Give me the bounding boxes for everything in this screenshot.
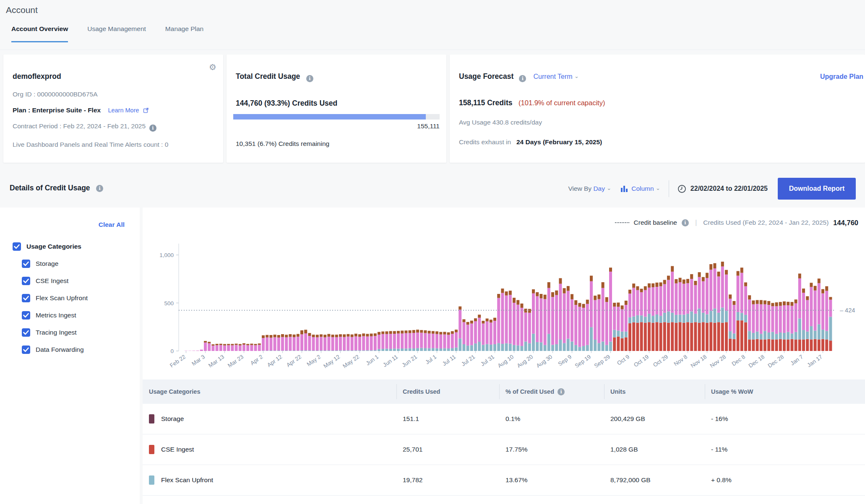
chart-bar[interactable]	[547, 282, 550, 351]
chart-bar[interactable]	[304, 330, 307, 351]
chart-bar[interactable]	[756, 300, 759, 351]
chart-bar[interactable]	[497, 294, 500, 351]
chart-bar[interactable]	[706, 273, 709, 351]
chart-bar[interactable]	[717, 272, 720, 351]
sidebar-item-tracing-ingest[interactable]: Tracing Ingest	[22, 324, 88, 341]
chart-bar[interactable]	[617, 303, 620, 351]
sidebar-item-cse-ingest[interactable]: CSE Ingest	[22, 272, 88, 289]
chart-bar[interactable]	[246, 344, 249, 351]
chart-bar[interactable]	[393, 331, 396, 351]
chart-bar[interactable]	[192, 351, 195, 351]
chart-bar[interactable]	[459, 307, 461, 351]
learn-more-link[interactable]: Learn More	[108, 107, 139, 114]
checkbox-data-forwarding[interactable]	[22, 346, 30, 354]
chart-bar[interactable]	[435, 331, 438, 351]
chart-bar[interactable]	[760, 300, 763, 351]
chart-bar[interactable]	[416, 330, 419, 351]
chart-bar[interactable]	[516, 300, 519, 351]
chart-bar[interactable]	[563, 288, 566, 351]
chart-bar[interactable]	[644, 286, 647, 351]
chart-bar[interactable]	[358, 334, 361, 351]
chart-bar[interactable]	[806, 296, 809, 351]
chart-bar[interactable]	[285, 335, 288, 351]
chart-bar[interactable]	[397, 331, 400, 351]
chart-bar[interactable]	[462, 319, 465, 351]
chart-bar[interactable]	[721, 262, 724, 351]
chart-bar[interactable]	[362, 333, 365, 351]
chart-bar[interactable]	[351, 335, 354, 351]
credit-usage-info-icon[interactable]: i	[306, 75, 313, 82]
chart-bar[interactable]	[455, 330, 458, 351]
chart-bar[interactable]	[235, 344, 238, 351]
checkbox-cse-ingest[interactable]	[22, 277, 30, 285]
chart-bar[interactable]	[385, 331, 388, 351]
chart-bar[interactable]	[740, 268, 743, 351]
checkbox-tracing-ingest[interactable]	[22, 328, 30, 337]
chart-bar[interactable]	[331, 335, 334, 351]
download-report-button[interactable]: Download Report	[778, 178, 856, 200]
chart-bar[interactable]	[709, 264, 712, 351]
chart-bar[interactable]	[381, 332, 384, 351]
chart-bar[interactable]	[779, 302, 782, 351]
chart-bar[interactable]	[211, 344, 214, 351]
chart-bar[interactable]	[814, 286, 817, 351]
tab-usage-management[interactable]: Usage Management	[87, 25, 146, 42]
chart-bar[interactable]	[254, 344, 257, 351]
chart-bar[interactable]	[632, 283, 635, 351]
chart-bar[interactable]	[490, 320, 492, 351]
chart-bar[interactable]	[798, 273, 801, 351]
chart-bar[interactable]	[486, 319, 489, 351]
chart-bar[interactable]	[787, 302, 789, 351]
chart-bar[interactable]	[683, 280, 685, 351]
chart-bar[interactable]	[269, 335, 272, 351]
chart-bar[interactable]	[320, 334, 323, 351]
chart-bar[interactable]	[648, 283, 651, 351]
chart-bar[interactable]	[655, 283, 658, 351]
chart-bar[interactable]	[216, 344, 219, 351]
checkbox-storage[interactable]	[22, 260, 30, 268]
chart-bar[interactable]	[501, 288, 504, 351]
chart-bar[interactable]	[401, 330, 404, 351]
chart-bar[interactable]	[605, 297, 608, 351]
upgrade-plan-link[interactable]: Upgrade Plan	[820, 73, 863, 81]
chart-bar[interactable]	[378, 332, 380, 351]
tab-manage-plan[interactable]: Manage Plan	[165, 25, 203, 42]
baseline-info-icon[interactable]: i	[682, 219, 689, 226]
chart-bar[interactable]	[659, 282, 662, 351]
chart-bar[interactable]	[748, 295, 751, 351]
chart-bar[interactable]	[528, 309, 531, 351]
chart-bar[interactable]	[266, 335, 268, 351]
chart-bar[interactable]	[771, 303, 774, 351]
chart-bar[interactable]	[200, 350, 203, 351]
chart-bar[interactable]	[663, 280, 666, 351]
chart-bar[interactable]	[424, 330, 427, 351]
chart-bar[interactable]	[744, 282, 747, 351]
chart-bar[interactable]	[582, 304, 585, 351]
chart-bar[interactable]	[347, 334, 349, 351]
chart-bar[interactable]	[763, 301, 766, 351]
checkbox-metrics-ingest[interactable]	[22, 311, 30, 320]
chart-bar[interactable]	[274, 335, 276, 351]
chart-bar[interactable]	[231, 344, 234, 351]
chart-bar[interactable]	[671, 266, 674, 351]
chart-bar[interactable]	[374, 333, 377, 351]
chart-bar[interactable]	[609, 268, 612, 351]
chart-bar[interactable]	[208, 342, 211, 351]
chart-bar[interactable]	[474, 318, 477, 351]
chart-bar[interactable]	[196, 351, 199, 351]
chart-bar[interactable]	[343, 334, 346, 351]
view-by-select[interactable]: Day ⌄	[593, 185, 611, 192]
chart-bar[interactable]	[555, 291, 558, 351]
chart-bar[interactable]	[667, 275, 670, 351]
checkbox-flex-scan-upfront[interactable]	[22, 294, 30, 302]
chart-bar[interactable]	[420, 330, 423, 351]
chart-bar[interactable]	[675, 279, 677, 351]
chart-bar[interactable]	[300, 330, 303, 351]
chart-bar[interactable]	[729, 294, 732, 351]
chart-bar[interactable]	[308, 333, 311, 351]
chart-bar[interactable]	[825, 286, 828, 351]
chart-bar[interactable]	[482, 321, 485, 351]
chart-bar[interactable]	[694, 281, 697, 351]
contract-info-icon[interactable]: i	[149, 125, 156, 132]
chart-bar[interactable]	[327, 334, 330, 351]
